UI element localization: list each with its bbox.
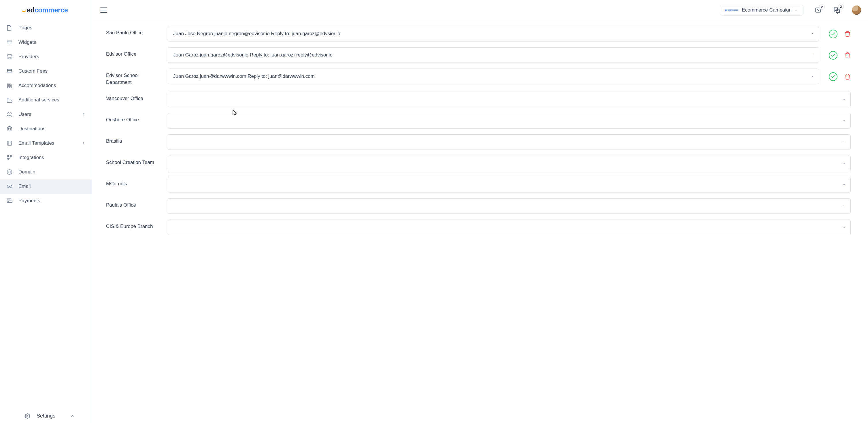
logo[interactable]: ⌣ edcommerce bbox=[0, 0, 92, 20]
services-icon bbox=[6, 97, 13, 103]
sidebar-item-label: Email Templates bbox=[19, 140, 54, 146]
chevron-down-icon bbox=[795, 8, 799, 12]
main-area: ⌣edcommerce Ecommerce Campaign 2 2 São P… bbox=[92, 0, 868, 423]
office-label: MCorriols bbox=[106, 177, 161, 187]
office-email-row: CIS & Europe Branch bbox=[106, 220, 851, 235]
office-label: CIS & Europe Branch bbox=[106, 220, 161, 230]
verified-check-icon[interactable] bbox=[829, 30, 837, 38]
sidebar-item-additional-services[interactable]: Additional services bbox=[0, 93, 92, 107]
sidebar-item-label: Custom Fees bbox=[19, 68, 48, 74]
sidebar-item-accommodations[interactable]: Accommodations bbox=[0, 78, 92, 93]
gear-icon bbox=[25, 413, 30, 419]
sidebar-item-label: Providers bbox=[19, 54, 39, 60]
chevron-down-icon bbox=[811, 75, 814, 78]
campaign-logo-icon: ⌣edcommerce bbox=[724, 9, 738, 11]
chevron-right-icon bbox=[82, 141, 86, 145]
chevron-down-icon bbox=[842, 98, 846, 101]
office-email-row: Onshore Office bbox=[106, 113, 851, 129]
email-sender-select[interactable]: Juan Garoz juan@darwwwin.com Reply to: j… bbox=[168, 69, 819, 84]
sidebar-item-providers[interactable]: Providers bbox=[0, 50, 92, 64]
users-icon bbox=[6, 111, 13, 118]
sidebar-item-users[interactable]: Users bbox=[0, 107, 92, 122]
widget-icon bbox=[6, 39, 13, 45]
delete-icon[interactable] bbox=[844, 52, 851, 59]
svg-line-1 bbox=[817, 9, 819, 11]
chevron-down-icon bbox=[842, 162, 846, 165]
chevron-down-icon bbox=[842, 119, 846, 123]
sidebar-item-email-templates[interactable]: Email Templates bbox=[0, 136, 92, 151]
sidebar: ⌣ edcommerce PagesWidgetsProvidersCustom… bbox=[0, 0, 92, 423]
sidebar-item-integrations[interactable]: Integrations bbox=[0, 151, 92, 165]
email-sender-select[interactable]: Juan Garoz juan.garoz@edvisor.io Reply t… bbox=[168, 47, 819, 63]
email-sender-select[interactable] bbox=[168, 220, 851, 235]
sidebar-item-email[interactable]: Email bbox=[0, 179, 92, 194]
row-actions bbox=[829, 26, 851, 38]
email-sender-select[interactable] bbox=[168, 134, 851, 150]
chevron-down-icon bbox=[842, 226, 846, 229]
campaign-selector[interactable]: ⌣edcommerce Ecommerce Campaign bbox=[720, 5, 803, 15]
building-icon bbox=[6, 83, 13, 89]
office-email-row: Edvisor OfficeJuan Garoz juan.garoz@edvi… bbox=[106, 47, 851, 63]
sidebar-item-label: Payments bbox=[19, 198, 40, 204]
verified-check-icon[interactable] bbox=[829, 51, 837, 60]
badge-count: 2 bbox=[819, 4, 825, 10]
email-icon bbox=[6, 183, 13, 190]
select-value: Juan Garoz juan@darwwwin.com Reply to: j… bbox=[173, 73, 315, 79]
row-actions bbox=[829, 47, 851, 60]
email-sender-select[interactable] bbox=[168, 156, 851, 171]
chevron-down-icon bbox=[842, 183, 846, 187]
menu-toggle-icon[interactable] bbox=[100, 7, 107, 13]
template-icon bbox=[6, 140, 13, 147]
sidebar-item-label: Domain bbox=[19, 169, 35, 175]
chevron-down-icon bbox=[811, 53, 814, 57]
notifications-announcements[interactable]: 2 bbox=[814, 6, 822, 14]
sidebar-item-domain[interactable]: Domain bbox=[0, 165, 92, 179]
user-avatar[interactable] bbox=[852, 5, 861, 15]
email-sender-select[interactable] bbox=[168, 198, 851, 214]
office-label: Edvisor School Department bbox=[106, 69, 161, 86]
notifications-messages[interactable]: 2 bbox=[833, 6, 841, 14]
verified-check-icon[interactable] bbox=[829, 72, 837, 81]
sidebar-item-label: Users bbox=[19, 111, 31, 117]
payments-icon bbox=[6, 198, 13, 204]
sidebar-item-widgets[interactable]: Widgets bbox=[0, 35, 92, 50]
email-sender-select[interactable] bbox=[168, 113, 851, 129]
office-email-row: Paula's Office bbox=[106, 198, 851, 214]
email-sender-select[interactable] bbox=[168, 92, 851, 107]
office-label: Edvisor Office bbox=[106, 47, 161, 58]
integration-icon bbox=[6, 155, 13, 161]
delete-icon[interactable] bbox=[844, 73, 851, 80]
office-email-row: São Paulo OfficeJuan Jose Negron juanjo.… bbox=[106, 26, 851, 41]
office-label: Paula's Office bbox=[106, 198, 161, 208]
sidebar-item-pages[interactable]: Pages bbox=[0, 21, 92, 35]
sidebar-settings[interactable]: Settings bbox=[0, 409, 92, 423]
email-settings-content: São Paulo OfficeJuan Jose Negron juanjo.… bbox=[92, 20, 868, 423]
sidebar-item-label: Pages bbox=[19, 25, 32, 31]
office-label: School Creation Team bbox=[106, 156, 161, 166]
chevron-down-icon bbox=[842, 204, 846, 208]
delete-icon[interactable] bbox=[844, 31, 851, 37]
chevron-down-icon bbox=[842, 140, 846, 144]
store-icon bbox=[6, 54, 13, 60]
office-label: São Paulo Office bbox=[106, 26, 161, 36]
fee-icon bbox=[6, 68, 13, 74]
office-email-row: MCorriols bbox=[106, 177, 851, 193]
settings-label: Settings bbox=[37, 413, 55, 419]
office-email-row: Brasilia bbox=[106, 134, 851, 150]
sidebar-item-label: Destinations bbox=[19, 126, 45, 132]
select-value: Juan Garoz juan.garoz@edvisor.io Reply t… bbox=[173, 52, 333, 58]
sidebar-item-payments[interactable]: Payments bbox=[0, 194, 92, 208]
file-icon bbox=[6, 25, 13, 31]
email-sender-select[interactable]: Juan Jose Negron juanjo.negron@edvisor.i… bbox=[168, 26, 819, 41]
sidebar-item-destinations[interactable]: Destinations bbox=[0, 122, 92, 136]
sidebar-item-custom-fees[interactable]: Custom Fees bbox=[0, 64, 92, 78]
globe-icon bbox=[6, 126, 13, 132]
topbar: ⌣edcommerce Ecommerce Campaign 2 2 bbox=[92, 0, 868, 20]
sidebar-item-label: Accommodations bbox=[19, 83, 56, 89]
office-label: Onshore Office bbox=[106, 113, 161, 123]
office-label: Brasilia bbox=[106, 134, 161, 145]
campaign-label: Ecommerce Campaign bbox=[742, 7, 792, 13]
email-sender-select[interactable] bbox=[168, 177, 851, 193]
sidebar-item-label: Additional services bbox=[19, 97, 59, 103]
logo-prefix: ed bbox=[27, 6, 35, 14]
